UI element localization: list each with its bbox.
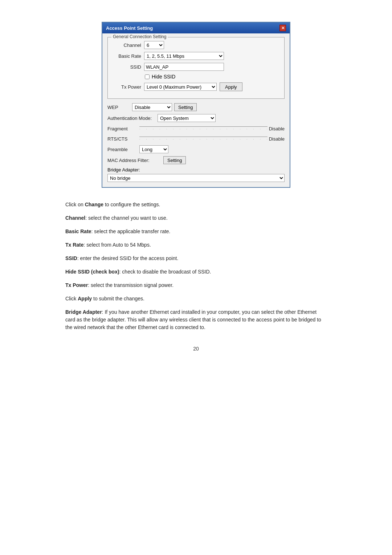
doc-para1-suffix: to configure the settings. — [103, 202, 160, 207]
auth-select[interactable]: Open System Shared Key Auto — [158, 114, 216, 122]
auth-mode-row: Authentication Mode: Open System Shared … — [107, 114, 285, 122]
bridge-adapter-section: Bridge Adapter: No bridge Local Area Con… — [107, 167, 285, 182]
doc-para8-prefix: Click — [65, 296, 78, 301]
doc-para1-bold: Change — [85, 202, 103, 207]
apply-button[interactable]: Apply — [220, 82, 242, 91]
preamble-select[interactable]: Long Short Auto — [139, 145, 168, 153]
dialog-title: Access Point Setting — [106, 25, 153, 31]
doc-para8-suffix: to submit the changes. — [92, 296, 144, 301]
fragment-slider[interactable]: · · · · · · · · · · · · · · · · · — [139, 125, 268, 132]
bridge-adapter-label: Bridge Adapter: — [107, 167, 285, 173]
doc-para8: Click Apply to submit the changes. — [65, 295, 327, 303]
doc-para9-bold: Bridge Adapter — [65, 309, 102, 315]
fragment-label: Fragment — [107, 126, 136, 131]
doc-para3-bold: Basic Rate — [65, 228, 91, 234]
doc-para6-suffix: : check to disable the broadcast of SSID… — [119, 269, 211, 275]
doc-para2-bold: Channel — [65, 215, 85, 221]
doc-para1-prefix: Click on — [65, 202, 85, 207]
wep-select[interactable]: Disable WEP 64-bit WEP 128-bit — [132, 103, 172, 111]
rts-row: RTS/CTS · · · · · · · · · · · · · · — [107, 135, 285, 142]
doc-para3-suffix: : select the applicable transfer rate. — [91, 228, 171, 234]
mac-filter-setting-button[interactable]: Setting — [163, 156, 186, 164]
auth-label: Authentication Mode: — [107, 116, 155, 121]
tx-power-row: Tx Power Level 0 (Maximum Power) Level 1… — [112, 82, 280, 91]
basic-rate-row: Basic Rate 1, 2, 5.5, 11 Mbps 1, 2 Mbps … — [112, 52, 280, 60]
doc-para4-suffix: : select from Auto to 54 Mbps. — [84, 242, 151, 248]
ssid-row: SSID — [112, 63, 280, 71]
doc-para5-suffix: : enter the desired SSID for the access … — [77, 255, 179, 261]
doc-para7-suffix: : select the transmission signal power. — [88, 282, 173, 288]
doc-para2: Channel: select the channel you want to … — [65, 214, 327, 222]
doc-para4-bold: Tx Rate — [65, 242, 84, 248]
channel-label: Channel — [112, 42, 141, 48]
doc-para9: Bridge Adapter: If you have another Ethe… — [65, 308, 327, 331]
wep-row: WEP Disable WEP 64-bit WEP 128-bit Setti… — [107, 103, 285, 111]
general-group-label: General Connection Setting — [111, 34, 168, 39]
basic-rate-select[interactable]: 1, 2, 5.5, 11 Mbps 1, 2 Mbps 1 Mbps — [144, 52, 224, 60]
preamble-row: Preamble Long Short Auto — [107, 145, 285, 153]
tx-power-label: Tx Power — [112, 84, 141, 90]
hide-ssid-checkbox[interactable] — [145, 74, 150, 79]
dialog-titlebar: Access Point Setting ✕ — [102, 23, 290, 33]
channel-row: Channel 6 — [112, 41, 280, 49]
doc-para6-bold: Hide SSID (check box) — [65, 269, 119, 275]
fragment-disable-label: Disable — [269, 126, 285, 131]
wep-label: WEP — [107, 105, 129, 110]
doc-para7: Tx Power: select the transmission signal… — [65, 281, 327, 289]
doc-para2-suffix: : select the channel you want to use. — [85, 215, 167, 221]
bridge-select[interactable]: No bridge Local Area Connection Local Ar… — [107, 174, 285, 182]
general-connection-group: General Connection Setting Channel 6 Bas… — [107, 37, 285, 99]
preamble-label: Preamble — [107, 147, 136, 152]
doc-para8-bold: Apply — [78, 296, 92, 301]
ssid-label: SSID — [112, 64, 141, 70]
ssid-input[interactable] — [144, 63, 224, 71]
doc-para5: SSID: enter the desired SSID for the acc… — [65, 255, 327, 262]
wep-setting-button[interactable]: Setting — [174, 103, 197, 111]
tx-power-select[interactable]: Level 0 (Maximum Power) Level 1 Level 2 … — [144, 83, 217, 91]
basic-rate-label: Basic Rate — [112, 53, 141, 59]
mac-filter-row: MAC Address Filter: Setting — [107, 156, 285, 164]
doc-para1: Click on Change to configure the setting… — [65, 201, 327, 208]
access-point-dialog: Access Point Setting ✕ General Connectio… — [102, 22, 290, 188]
hide-ssid-row: Hide SSID — [145, 74, 280, 80]
doc-para7-bold: Tx Power — [65, 282, 88, 288]
mac-filter-label: MAC Address Filter: — [107, 158, 158, 163]
rts-slider[interactable]: · · · · · · · · · · · · · · · · · — [139, 135, 268, 142]
rts-disable-label: Disable — [269, 136, 285, 142]
dialog-body: General Connection Setting Channel 6 Bas… — [102, 33, 290, 187]
doc-para5-bold: SSID — [65, 255, 77, 261]
channel-select[interactable]: 6 — [144, 41, 164, 49]
close-button[interactable]: ✕ — [279, 25, 286, 31]
doc-para3: Basic Rate: select the applicable transf… — [65, 228, 327, 235]
doc-para4: Tx Rate: select from Auto to 54 Mbps. — [65, 241, 327, 249]
fragment-row: Fragment · · · · · · · · · · · · · — [107, 125, 285, 132]
hide-ssid-label: Hide SSID — [152, 74, 175, 80]
rts-label: RTS/CTS — [107, 136, 136, 142]
doc-para6: Hide SSID (check box): check to disable … — [65, 268, 327, 276]
page-number: 20 — [65, 346, 327, 352]
doc-para9-suffix: : If you have another Ethernet card inst… — [65, 309, 321, 330]
